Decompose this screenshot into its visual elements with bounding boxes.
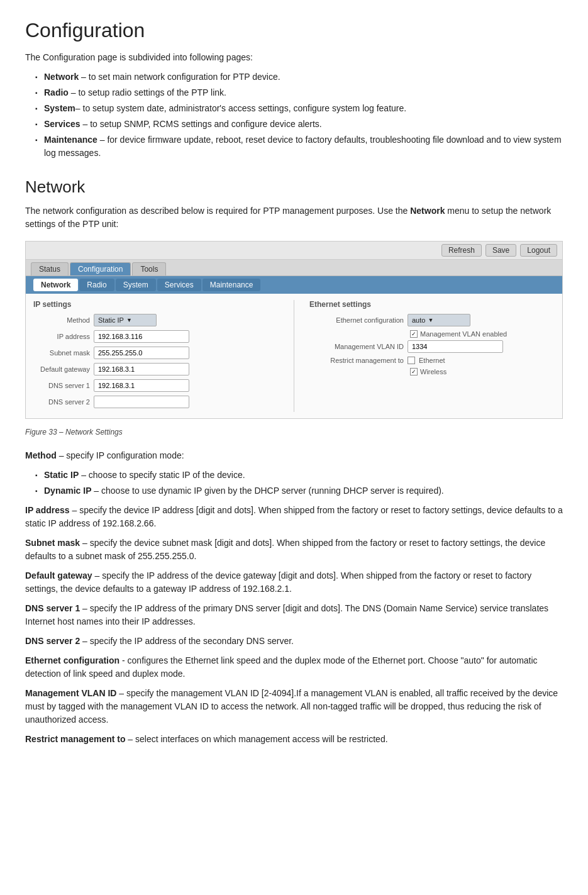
default-gateway-row: Default gateway [33,363,279,375]
menu-item-services: Services – to setup SNMP, RCMS settings … [35,118,563,131]
network-intro-bold: Network [410,206,445,216]
dns1-label: DNS server 1 [33,382,90,389]
method-select[interactable]: Static IP ▼ [94,314,157,326]
subnet-mask-input[interactable] [94,347,189,359]
ip-method-row: Method Static IP ▼ [33,314,279,326]
descriptions-section: IP address – specify the device IP addre… [25,504,563,746]
figure-body: IP settings Method Static IP ▼ IP addres… [26,294,562,418]
page-title: Configuration [25,19,563,42]
desc-dns2-text: – specify the IP address of the secondar… [80,636,294,646]
method-label: Method [33,316,90,324]
desc-mgmt-vlan-id: Management VLAN ID – specify the managem… [25,687,563,726]
ip-address-input[interactable] [94,330,189,343]
method-static-ip: Static IP – choose to specify static IP … [35,469,563,482]
subnet-mask-label: Subnet mask [33,349,90,357]
eth-settings-panel: Ethernet settings Ethernet configuration… [309,300,555,412]
desc-mgmt-vlan-id-bold: Management VLAN ID [25,688,116,698]
dynamic-ip-label: Dynamic IP [44,486,91,496]
desc-ip-address-text: – specify the device IP address [digit a… [25,505,563,528]
network-section-title: Network [25,177,563,197]
eth-config-row: Ethernet configuration auto ▼ [309,314,555,326]
restrict-eth-checkbox[interactable] [408,357,415,364]
save-button[interactable]: Save [485,244,516,257]
desc-subnet-mask-bold: Subnet mask [25,538,80,548]
ip-settings-panel: IP settings Method Static IP ▼ IP addres… [33,300,279,412]
refresh-button[interactable]: Refresh [441,244,482,257]
menu-item-services-label: Services [44,119,80,129]
page-intro: The Configuration page is subdivided int… [25,51,563,64]
mgmt-vlan-id-label: Management VLAN ID [309,343,404,350]
method-dropdown-icon: ▼ [126,317,132,323]
tab-tools[interactable]: Tools [132,262,166,275]
mgmt-vlan-enabled-checkbox[interactable] [410,330,418,338]
ip-address-label: IP address [33,333,90,340]
mgmt-vlan-id-row: Management VLAN ID [309,340,555,353]
method-dynamic-ip: Dynamic IP – choose to use dynamic IP gi… [35,484,563,498]
menu-item-network: Network – to set main network configurat… [35,70,563,84]
eth-settings-title: Ethernet settings [309,300,555,309]
ip-settings-title: IP settings [33,300,279,309]
nav-system[interactable]: System [116,279,156,291]
method-value: Static IP [98,316,124,324]
desc-dns2: DNS server 2 – specify the IP address of… [25,635,563,648]
eth-config-label: Ethernet configuration [309,316,404,324]
restrict-wireless-checkbox[interactable] [410,368,418,375]
desc-default-gateway-bold: Default gateway [25,570,92,581]
logout-button[interactable]: Logout [520,244,557,257]
ip-address-row: IP address [33,330,279,343]
menu-item-network-desc: – to set main network configuration for … [79,72,280,82]
desc-restrict-mgmt-text: – select interfaces on which management … [125,734,387,744]
eth-config-select[interactable]: auto ▼ [408,314,470,326]
menu-item-system: System– to setup system date, administra… [35,102,563,115]
method-heading-para: Method – specify IP configuration mode: [25,449,563,462]
mgmt-vlan-enabled-row: Management VLAN enabled [410,330,555,338]
figure-topbar: Refresh Save Logout [26,242,562,260]
desc-dns1: DNS server 1 – specify the IP address of… [25,602,563,628]
figure-caption: Figure 33 – Network Settings [25,424,563,440]
restrict-wireless-row: Wireless [410,368,555,375]
desc-default-gateway: Default gateway – specify the IP address… [25,569,563,596]
subnet-mask-row: Subnet mask [33,347,279,359]
menu-item-maintenance-label: Maintenance [44,135,97,145]
menu-item-system-label: System [44,103,75,113]
dns2-label: DNS server 2 [33,398,90,406]
menu-item-services-desc: – to setup SNMP, RCMS settings and confi… [80,119,322,129]
static-ip-desc: – choose to specify static IP of the dev… [79,470,245,480]
default-gateway-label: Default gateway [33,365,90,373]
restrict-mgmt-row: Restrict management to Ethernet [309,357,555,364]
desc-eth-config-bold: Ethernet configuration [25,655,119,665]
desc-subnet-mask-text: – specify the device subnet mask [digit … [25,538,545,561]
desc-ip-address: IP address – specify the device IP addre… [25,504,563,530]
desc-subnet-mask: Subnet mask – specify the device subnet … [25,536,563,563]
nav-maintenance[interactable]: Maintenance [202,279,261,291]
panel-divider [294,300,294,412]
dns2-row: DNS server 2 [33,396,279,408]
figure-nav: Network Radio System Services Maintenanc… [26,276,562,294]
dns2-input[interactable] [94,396,189,408]
desc-ip-address-bold: IP address [25,505,70,515]
method-section: Method – specify IP configuration mode: … [25,449,563,498]
desc-dns1-text: – specify the IP address of the primary … [25,603,548,626]
desc-dns1-bold: DNS server 1 [25,603,80,613]
tab-status[interactable]: Status [31,262,69,275]
method-list: Static IP – choose to specify static IP … [35,469,563,498]
method-heading-bold: Method [25,450,57,460]
nav-services[interactable]: Services [157,279,201,291]
tab-configuration[interactable]: Configuration [70,262,131,275]
dns1-input[interactable] [94,379,189,392]
network-intro-text1: The network configuration as described b… [25,206,408,216]
nav-radio[interactable]: Radio [79,279,114,291]
desc-restrict-mgmt: Restrict management to – select interfac… [25,733,563,746]
nav-network[interactable]: Network [33,279,78,291]
figure-screenshot: Refresh Save Logout Status Configuration… [25,241,563,419]
mgmt-vlan-id-input[interactable] [408,340,503,353]
default-gateway-input[interactable] [94,363,189,375]
eth-config-dropdown-icon: ▼ [428,317,433,323]
desc-restrict-mgmt-bold: Restrict management to [25,734,125,744]
eth-config-value: auto [412,316,425,324]
figure-tabs: Status Configuration Tools [26,260,562,276]
restrict-mgmt-label: Restrict management to [309,357,404,364]
desc-eth-config: Ethernet configuration - configures the … [25,654,563,681]
menu-list: Network – to set main network configurat… [35,70,563,160]
desc-default-gateway-text: – specify the IP address of the device g… [25,570,531,594]
